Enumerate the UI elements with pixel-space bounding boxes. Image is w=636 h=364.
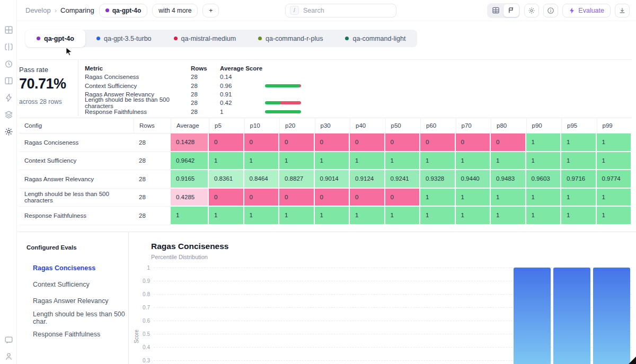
person-icon[interactable]: [4, 352, 13, 361]
grid-icon[interactable]: [4, 25, 13, 34]
score-cell: 0: [385, 134, 421, 152]
info-button[interactable]: [543, 4, 558, 17]
model-tab-label: qa-gpt-3.5-turbo: [104, 35, 152, 42]
score-cell: 0.8361: [209, 170, 244, 189]
score-cell: 0.9642: [171, 152, 209, 171]
score-cell: 0.9716: [561, 170, 597, 189]
table-row[interactable]: Ragas Answer Relevancy280.91650.83610.84…: [19, 170, 632, 189]
score-cell: 1: [597, 134, 632, 152]
breadcrumb-section[interactable]: Develop: [25, 6, 51, 14]
column-header-Average: Average: [171, 118, 209, 133]
model-tab-qa-mistral-medium[interactable]: qa-mistral-medium: [163, 30, 248, 47]
metric-rows: 28: [191, 109, 220, 115]
score-cell: 0.9483: [491, 170, 526, 189]
left-nav-rail: [0, 0, 17, 364]
score-cell: 1: [209, 207, 244, 225]
chart-title: Ragas Conciseness: [151, 242, 228, 251]
model-tab-qa-command-light[interactable]: qa-command-light: [334, 30, 417, 47]
pass-rate-card: Pass rate 70.71% across 28 rows: [19, 60, 78, 116]
column-header-p10: p10: [244, 118, 280, 133]
score-cell: 0.1428: [171, 134, 209, 152]
metric-score: 0.14: [220, 74, 265, 80]
chart-view-icon: [507, 6, 515, 14]
gear-icon[interactable]: [4, 127, 13, 136]
view-toggle: [487, 3, 520, 18]
config-cell: Ragas Conciseness: [19, 134, 134, 152]
score-cell: 1: [526, 189, 562, 207]
model-tab-qa-gpt-4o[interactable]: qa-gpt-4o: [25, 30, 85, 47]
score-cell: 0: [244, 134, 280, 152]
score-cell: 0: [350, 134, 385, 152]
table-view-icon: [492, 6, 500, 14]
model-tab-qa-command-r-plus[interactable]: qa-command-r-plus: [247, 30, 334, 47]
eval-list-item[interactable]: Response Faithfulness: [19, 326, 128, 342]
download-button[interactable]: [615, 4, 630, 17]
breadcrumb-separator: ›: [55, 6, 57, 14]
eval-list-item[interactable]: Ragas Answer Relevancy: [19, 293, 128, 309]
bolt-icon: [569, 7, 575, 14]
primary-config-pill[interactable]: qa-gpt-4o: [99, 4, 148, 17]
percentile-bar-p90[interactable]: [514, 268, 551, 364]
rows-cell: 28: [134, 207, 171, 225]
score-cell: 1: [420, 207, 456, 225]
model-tab-label: qa-command-light: [352, 35, 405, 42]
column-header-p60: p60: [420, 118, 456, 133]
table-row[interactable]: Context Sufficiency280.9642111111111111: [19, 152, 632, 171]
table-view-button[interactable]: [488, 4, 504, 17]
search-placeholder: Search: [303, 7, 324, 14]
score-cell: 0: [456, 134, 491, 152]
score-cell: 1: [385, 152, 421, 171]
eval-list-item[interactable]: Length should be less than 500 char.: [19, 309, 128, 326]
metric-score: 1: [220, 109, 265, 115]
metric-score: 0.42: [220, 100, 265, 106]
column-header-p80: p80: [491, 118, 526, 133]
add-config-button[interactable]: +: [202, 4, 219, 17]
clock-icon[interactable]: [4, 59, 13, 68]
metric-score: 0.91: [220, 91, 265, 97]
y-axis-tick: 1: [131, 265, 150, 271]
config-cell: Response Faithfulness: [19, 207, 134, 225]
evaluate-button[interactable]: Evaluate: [562, 4, 611, 17]
chat-icon[interactable]: [4, 335, 13, 344]
chart-view-button[interactable]: [504, 4, 519, 17]
table-row[interactable]: Length should be less than 500 character…: [19, 189, 632, 207]
book-icon[interactable]: [4, 76, 13, 85]
score-cell: 1: [420, 189, 456, 207]
score-cell: 0: [491, 134, 526, 152]
metric-summary-row: Context Sufficiency280.96: [85, 82, 301, 90]
model-tab-qa-gpt-3.5-turbo[interactable]: qa-gpt-3.5-turbo: [85, 30, 163, 47]
score-cell: 1: [597, 152, 632, 171]
pass-fail-bar: [265, 84, 301, 87]
table-row[interactable]: Ragas Conciseness280.1428000000000111: [19, 134, 632, 152]
table-row[interactable]: Response Faithfulness281111111111111: [19, 207, 632, 225]
eval-list-item[interactable]: Context Sufficiency: [19, 276, 128, 292]
percentile-bar-p95[interactable]: [553, 268, 590, 364]
y-axis-tick: 0.8: [131, 291, 150, 297]
pass-fail-bar: [265, 110, 301, 113]
score-cell: 0: [279, 134, 315, 152]
score-cell: 0: [315, 189, 350, 207]
eval-list-item[interactable]: Ragas Conciseness: [19, 260, 128, 276]
config-cell: Length should be less than 500 character…: [19, 189, 134, 207]
y-axis-tick: 0.3: [131, 358, 150, 363]
score-cell: 1: [350, 152, 385, 171]
score-cell: 0.8827: [279, 170, 315, 189]
settings-button[interactable]: [524, 4, 539, 17]
layers-icon[interactable]: [4, 110, 13, 119]
more-configs-pill[interactable]: with 4 more: [152, 4, 198, 17]
percentile-bar-p99[interactable]: [593, 268, 630, 364]
score-cell: 1: [456, 152, 491, 171]
score-cell: 1: [561, 207, 597, 225]
column-header-p5: p5: [209, 118, 244, 133]
search-input[interactable]: / Search: [285, 4, 396, 17]
pass-rate-value: 70.71%: [19, 76, 78, 92]
score-cell: 0.9165: [171, 170, 209, 189]
score-cell: 1: [420, 152, 456, 171]
column-header-p90: p90: [526, 118, 562, 133]
corner-artifact: [629, 357, 636, 364]
bolt-icon[interactable]: [4, 93, 13, 102]
metric-summary-row: Response Faithfulness281: [85, 107, 301, 116]
compare-icon[interactable]: [4, 42, 13, 51]
y-axis-tick: 0.6: [131, 318, 150, 324]
evaluate-label: Evaluate: [578, 7, 604, 14]
